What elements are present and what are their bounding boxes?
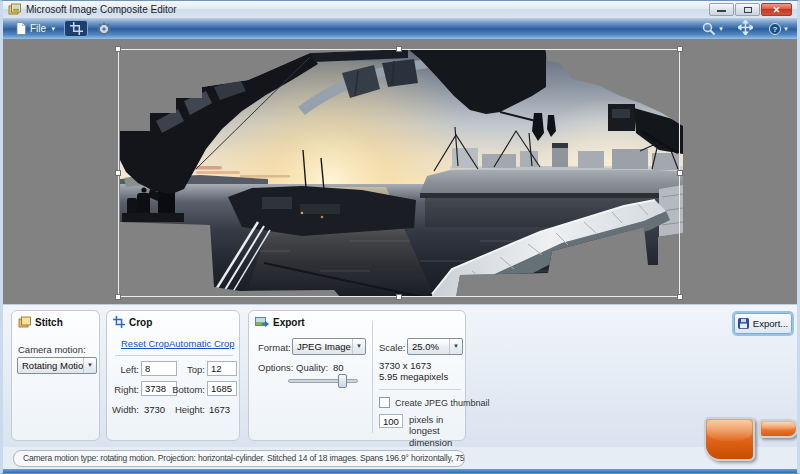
- app-window: Microsoft Image Composite Editor ✕ File …: [0, 0, 800, 474]
- close-button[interactable]: ✕: [761, 3, 792, 16]
- scale-value: 25.0%: [408, 341, 449, 352]
- stitch-canvas: [3, 39, 797, 304]
- help-menu-button[interactable]: ? ▼: [769, 23, 789, 35]
- logo-small-rect: [759, 419, 798, 438]
- crop-handle-top-right[interactable]: [677, 46, 683, 52]
- help-caret-icon: ▼: [783, 26, 789, 32]
- scale-label: Scale:: [379, 342, 405, 353]
- maximize-button[interactable]: [735, 3, 760, 16]
- crop-left-label: Left:: [109, 364, 139, 375]
- logo-big-square: [704, 417, 755, 461]
- app-icon: [8, 3, 21, 16]
- crop-top-label: Top:: [179, 364, 205, 375]
- export-panel: Export Format: JPEG Image ▼ Options: Qua…: [248, 310, 466, 441]
- status-message: Camera motion type: rotating motion. Pro…: [13, 450, 465, 467]
- crop-bottom-label: Bottom:: [165, 384, 205, 395]
- output-dimensions: 3730 x 1673: [379, 360, 431, 371]
- chevron-down-icon: ▼: [83, 358, 96, 373]
- crop-height-value: 1673: [209, 404, 230, 415]
- status-bar: Camera motion type: rotating motion. Pro…: [3, 447, 797, 471]
- crop-bottom-input[interactable]: [207, 381, 237, 396]
- export-button[interactable]: Export...: [734, 313, 792, 334]
- camera-motion-value: Rotating Motion: [18, 360, 83, 371]
- format-value: JPEG Image: [293, 341, 352, 352]
- pan-arrows-icon: [738, 20, 753, 35]
- thumbnail-unit-label: pixels in longest dimension: [409, 414, 471, 448]
- options-label: Options:: [258, 362, 293, 373]
- crop-top-input[interactable]: [207, 361, 237, 376]
- stitch-panel-icon: [18, 316, 31, 329]
- crop-height-label: Height:: [165, 404, 205, 415]
- zoom-caret-icon: ▼: [718, 26, 724, 32]
- crop-handle-bottom-middle[interactable]: [396, 294, 402, 300]
- stitch-gear-icon: [97, 22, 111, 36]
- quality-slider-thumb[interactable]: [338, 374, 347, 388]
- crop-width-label: Width:: [109, 404, 139, 415]
- export-panel-icon: [255, 316, 269, 329]
- crop-width-value: 3730: [144, 404, 165, 415]
- crop-selection-rect[interactable]: [118, 49, 680, 297]
- help-icon: ?: [769, 23, 781, 35]
- stitch-panel-title: Stitch: [35, 317, 63, 328]
- stitch-tool-button[interactable]: [92, 20, 116, 37]
- toolbar: File ▼: [3, 19, 797, 39]
- automatic-crop-link[interactable]: Automatic Crop: [169, 338, 234, 349]
- create-thumbnail-label: Create JPEG thumbnail: [395, 398, 490, 408]
- chevron-down-icon: ▼: [449, 339, 462, 354]
- format-select[interactable]: JPEG Image ▼: [292, 338, 366, 355]
- output-megapixels: 5.95 megapixels: [379, 371, 448, 382]
- window-bottom-border: [3, 469, 797, 473]
- crop-left-input[interactable]: [141, 361, 177, 376]
- window-title: Microsoft Image Composite Editor: [26, 4, 177, 15]
- minimize-button[interactable]: [709, 3, 734, 16]
- file-menu-label: File: [30, 23, 46, 34]
- quality-label: Quality:: [296, 362, 328, 373]
- legit-reviews-logo: [702, 414, 800, 464]
- stitch-panel: Stitch Camera motion: Rotating Motion ▼: [11, 310, 100, 441]
- pan-tool-button[interactable]: [738, 20, 753, 39]
- crop-panel-title: Crop: [129, 317, 152, 328]
- file-caret-icon: ▼: [50, 26, 56, 32]
- bottom-panel: Stitch Camera motion: Rotating Motion ▼ …: [3, 304, 797, 447]
- export-button-label: Export...: [753, 318, 788, 329]
- crop-handle-middle-left[interactable]: [115, 170, 121, 176]
- title-bar: Microsoft Image Composite Editor ✕: [3, 1, 797, 19]
- crop-handle-bottom-left[interactable]: [115, 294, 121, 300]
- camera-motion-select[interactable]: Rotating Motion ▼: [17, 357, 97, 374]
- reset-crop-link[interactable]: Reset Crop: [121, 338, 169, 349]
- crop-right-label: Right:: [109, 384, 139, 395]
- crop-panel: Crop Reset Crop Automatic Crop Left: Top…: [106, 310, 240, 441]
- format-label: Format:: [258, 342, 291, 353]
- quality-slider-track[interactable]: [288, 379, 358, 383]
- close-icon: ✕: [762, 4, 791, 16]
- create-thumbnail-checkbox[interactable]: [379, 397, 390, 408]
- export-panel-title: Export: [273, 317, 305, 328]
- file-page-icon: [16, 22, 26, 35]
- crop-panel-icon: [113, 316, 125, 328]
- thumbnail-size-input[interactable]: [379, 414, 403, 428]
- minimize-icon: [717, 10, 726, 12]
- chevron-down-icon: ▼: [352, 339, 365, 354]
- file-menu-button[interactable]: File ▼: [12, 21, 60, 36]
- quality-value: 80: [333, 362, 344, 373]
- crop-handle-top-left[interactable]: [115, 46, 121, 52]
- crop-tool-button[interactable]: [64, 20, 88, 37]
- maximize-icon: [744, 7, 752, 13]
- scale-select[interactable]: 25.0% ▼: [407, 338, 463, 355]
- crop-handle-bottom-right[interactable]: [677, 294, 683, 300]
- crop-handle-middle-right[interactable]: [677, 170, 683, 176]
- magnifier-icon: [702, 22, 716, 36]
- camera-motion-label: Camera motion:: [18, 344, 86, 355]
- crop-icon: [70, 22, 83, 35]
- crop-handle-top-middle[interactable]: [396, 46, 402, 52]
- zoom-menu-button[interactable]: ▼: [702, 22, 724, 36]
- save-disk-icon: [738, 318, 749, 329]
